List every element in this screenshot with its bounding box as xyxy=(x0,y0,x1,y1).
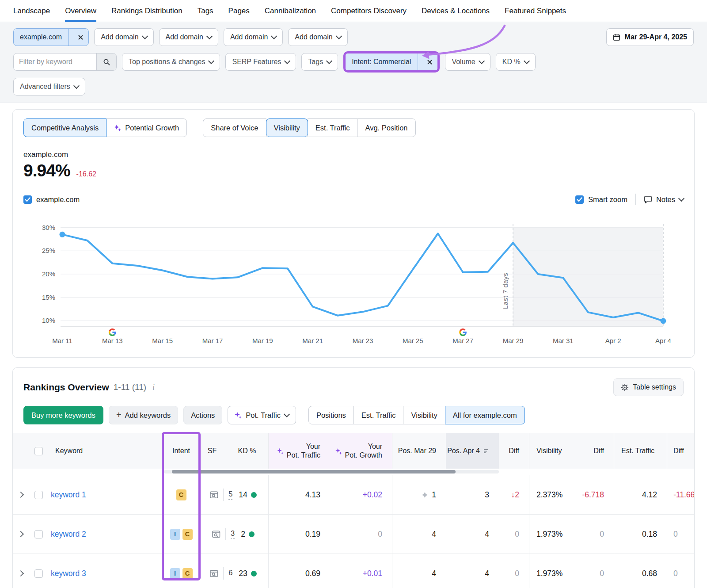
notes-dropdown[interactable]: Notes xyxy=(644,195,684,204)
divider xyxy=(223,489,224,501)
expand-row-button[interactable] xyxy=(13,493,29,497)
intent-badge-informational[interactable]: I xyxy=(170,568,180,579)
add-domain-dropdown-2[interactable]: Add domain xyxy=(159,28,218,46)
scrollbar-thumb[interactable] xyxy=(172,470,456,473)
rankings-range: 1-11 (11) xyxy=(114,382,146,392)
tab-share-of-voice[interactable]: Share of Voice xyxy=(203,118,266,137)
view-tab-all-for-domain[interactable]: All for example.com xyxy=(445,406,525,424)
col-your-pot-growth[interactable]: YourPot. Growth xyxy=(330,433,392,469)
col-keyword[interactable]: Keyword xyxy=(48,447,164,455)
gear-icon xyxy=(621,383,629,391)
nav-item-tags[interactable]: Tags xyxy=(198,0,213,22)
close-icon xyxy=(427,60,432,65)
table-row: keyword 1 C 5 14 4.13 +0.02 1 3 ↓2 2.373… xyxy=(13,475,694,514)
domain-filter-chip[interactable]: example.com xyxy=(13,28,89,46)
top-positions-filter[interactable]: Top positions & changes xyxy=(122,53,220,71)
svg-text:15%: 15% xyxy=(42,294,55,301)
add-keywords-button[interactable]: + Add keywords xyxy=(109,406,178,424)
intent-badge-informational[interactable]: I xyxy=(170,529,180,540)
serp-preview-icon[interactable] xyxy=(212,531,220,538)
divider xyxy=(68,29,69,46)
smart-zoom-checkbox[interactable] xyxy=(575,195,584,204)
col-diff-visibility[interactable]: Diff xyxy=(578,433,614,469)
serp-features-filter[interactable]: SERP Features xyxy=(225,53,296,71)
keyword-link[interactable]: keyword 1 xyxy=(48,490,86,499)
add-domain-dropdown-1[interactable]: Add domain xyxy=(94,28,153,46)
table-settings-button[interactable]: Table settings xyxy=(613,378,684,396)
col-intent[interactable]: Intent xyxy=(164,433,198,469)
sf-count[interactable]: 5 xyxy=(228,490,232,500)
chevron-down-icon xyxy=(206,33,213,39)
pot-traffic-dropdown[interactable]: Pot. Traffic xyxy=(228,406,296,424)
col-visibility[interactable]: Visibility xyxy=(529,433,578,469)
mode-tab-group: Competitive Analysis Potential Growth xyxy=(23,118,187,137)
google-update-icon[interactable] xyxy=(109,328,116,336)
row-checkbox[interactable] xyxy=(34,530,43,538)
nav-item-competitors-discovery[interactable]: Competitors Discovery xyxy=(331,0,407,22)
col-your-pot-traffic[interactable]: YourPot. Traffic xyxy=(268,433,330,469)
pos-diff-value: 0 xyxy=(499,515,529,554)
svg-text:Mar 13: Mar 13 xyxy=(102,337,123,344)
advanced-filters-dropdown[interactable]: Advanced filters xyxy=(13,78,85,95)
row-checkbox[interactable] xyxy=(34,491,43,499)
select-all-checkbox[interactable] xyxy=(34,447,43,455)
sf-count[interactable]: 6 xyxy=(228,569,232,578)
col-diff-traffic[interactable]: Diff xyxy=(667,433,695,469)
expand-row-button[interactable] xyxy=(13,532,29,536)
intent-badge-commercial[interactable]: C xyxy=(182,529,193,540)
domain-series-checkbox[interactable] xyxy=(23,195,32,204)
pot-growth-value: 0 xyxy=(330,515,392,554)
kd-filter[interactable]: KD % xyxy=(496,53,536,71)
intent-badge-commercial[interactable]: C xyxy=(176,489,186,500)
add-domain-dropdown-4[interactable]: Add domain xyxy=(288,28,347,46)
pot-traffic-value: 0.69 xyxy=(268,554,330,588)
keyword-link[interactable]: keyword 3 xyxy=(48,569,86,578)
serp-preview-icon[interactable] xyxy=(210,570,218,577)
view-tab-visibility[interactable]: Visibility xyxy=(403,406,445,424)
date-range-picker[interactable]: Mar 29-Apr 4, 2025 xyxy=(606,28,694,46)
intent-badge-commercial[interactable]: C xyxy=(182,568,193,579)
buy-more-keywords-button[interactable]: Buy more keywords xyxy=(23,406,103,424)
nav-item-devices-locations[interactable]: Devices & Locations xyxy=(422,0,490,22)
nav-item-pages[interactable]: Pages xyxy=(228,0,250,22)
tab-est-traffic[interactable]: Est. Traffic xyxy=(308,118,358,137)
col-pos-mar-29[interactable]: Pos. Mar 29 xyxy=(392,433,446,469)
col-kd[interactable]: KD % xyxy=(226,433,268,469)
nav-item-rankings-distribution[interactable]: Rankings Distribution xyxy=(111,0,182,22)
sparkle-icon xyxy=(277,448,284,454)
info-icon[interactable]: i xyxy=(152,383,155,392)
tab-potential-growth[interactable]: Potential Growth xyxy=(106,118,187,137)
volume-filter[interactable]: Volume xyxy=(445,53,490,71)
view-tab-est-traffic[interactable]: Est. Traffic xyxy=(354,406,404,424)
tab-visibility[interactable]: Visibility xyxy=(266,118,308,137)
add-domain-dropdown-3[interactable]: Add domain xyxy=(224,28,283,46)
view-tab-positions[interactable]: Positions xyxy=(308,406,354,424)
google-update-icon[interactable] xyxy=(459,328,467,336)
col-diff-position[interactable]: Diff xyxy=(499,433,529,469)
col-pos-apr-4[interactable]: Pos. Apr 4 xyxy=(446,433,499,469)
search-button[interactable] xyxy=(96,53,116,70)
tab-avg-position[interactable]: Avg. Position xyxy=(357,118,415,137)
chevron-down-icon xyxy=(208,58,214,64)
keyword-filter-input[interactable] xyxy=(14,53,96,70)
nav-item-featured-snippets[interactable]: Featured Snippets xyxy=(505,0,566,22)
nav-item-landscape[interactable]: Landscape xyxy=(13,0,50,22)
svg-text:Mar 29: Mar 29 xyxy=(503,337,524,344)
nav-item-overview[interactable]: Overview xyxy=(65,0,96,22)
nav-item-cannibalization[interactable]: Cannibalization xyxy=(265,0,316,22)
col-sf[interactable]: SF xyxy=(198,433,226,469)
horizontal-scrollbar xyxy=(13,469,694,475)
expand-row-button[interactable] xyxy=(13,571,29,576)
actions-button[interactable]: Actions xyxy=(183,406,222,424)
serp-preview-icon[interactable] xyxy=(210,491,218,499)
remove-intent-filter-button[interactable] xyxy=(422,60,437,65)
col-est-traffic[interactable]: Est. Traffic xyxy=(614,433,667,469)
chart-legend: example.com Smart zoom Notes xyxy=(23,194,684,205)
tags-filter[interactable]: Tags xyxy=(301,53,338,71)
remove-domain-button[interactable] xyxy=(73,35,88,40)
row-checkbox[interactable] xyxy=(34,569,43,578)
intent-filter-chip[interactable]: Intent: Commercial xyxy=(346,53,437,70)
sf-count[interactable]: 3 xyxy=(231,529,235,539)
tab-competitive-analysis[interactable]: Competitive Analysis xyxy=(23,118,106,137)
keyword-link[interactable]: keyword 2 xyxy=(48,530,86,538)
